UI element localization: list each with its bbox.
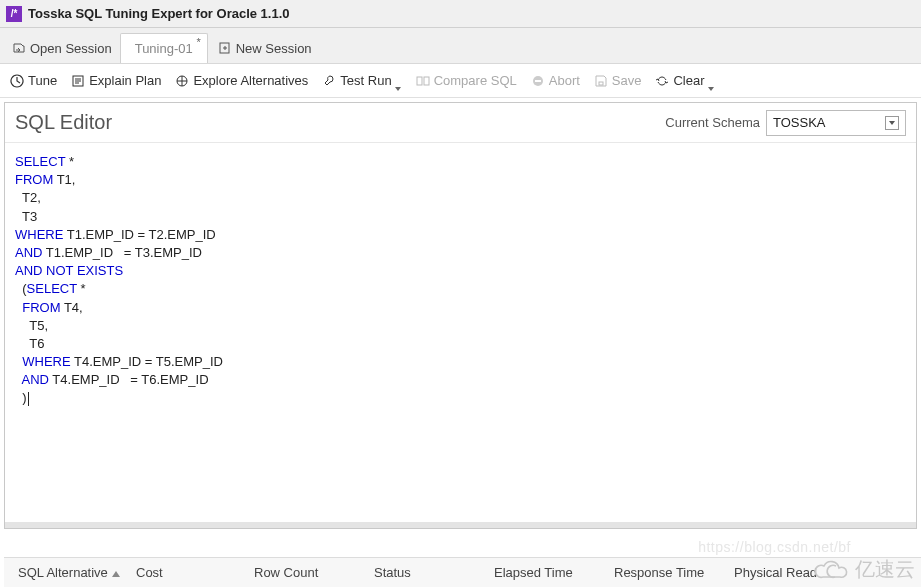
watermark-url: https://blog.csdn.net/bf (698, 539, 851, 555)
chevron-down-icon (708, 79, 715, 83)
grid-column-label: Elapsed Time (494, 565, 573, 580)
new-session-icon (218, 41, 232, 55)
sql-line: WHERE T1.EMP_ID = T2.EMP_ID (15, 226, 906, 244)
title-bar: /* Tosska SQL Tuning Expert for Oracle 1… (0, 0, 921, 28)
grid-column-label: Status (374, 565, 411, 580)
svg-rect-4 (424, 77, 429, 85)
tune-label: Tune (28, 73, 57, 88)
open-session-button[interactable]: Open Session (4, 33, 120, 63)
clear-button[interactable]: Clear (649, 68, 720, 94)
grid-column-header[interactable]: Physical Read (720, 565, 830, 580)
sql-line: AND T4.EMP_ID = T6.EMP_ID (15, 371, 906, 389)
chevron-down-icon (885, 116, 899, 130)
sql-line: SELECT * (15, 153, 906, 171)
sql-line: T6 (15, 335, 906, 353)
svg-rect-3 (417, 77, 422, 85)
abort-icon (531, 74, 545, 88)
toolbar: Tune Explain Plan Explore Alternatives T… (0, 64, 921, 98)
grid-column-label: Cost (136, 565, 163, 580)
abort-label: Abort (549, 73, 580, 88)
sql-line: T3 (15, 208, 906, 226)
sql-line: FROM T4, (15, 299, 906, 317)
grid-column-label: SQL Alternative (18, 565, 108, 580)
schema-select[interactable]: TOSSKA (766, 110, 906, 136)
app-icon: /* (6, 6, 22, 22)
compare-sql-icon (416, 74, 430, 88)
schema-area: Current Schema TOSSKA (665, 110, 906, 136)
text-cursor (28, 392, 29, 406)
explore-alternatives-button[interactable]: Explore Alternatives (169, 68, 314, 94)
open-session-label: Open Session (30, 41, 112, 56)
editor-bottom-bar (5, 522, 916, 528)
window-title: Tosska SQL Tuning Expert for Oracle 1.1.… (28, 6, 290, 21)
explore-alternatives-label: Explore Alternatives (193, 73, 308, 88)
grid-column-header[interactable]: Elapsed Time (480, 565, 600, 580)
grid-column-header[interactable]: Cost (122, 565, 240, 580)
explore-alternatives-icon (175, 74, 189, 88)
schema-label: Current Schema (665, 115, 760, 130)
editor-header: SQL Editor Current Schema TOSSKA (5, 103, 916, 143)
clear-label: Clear (673, 73, 704, 88)
save-icon (594, 74, 608, 88)
grid-column-header[interactable]: Row Count (240, 565, 360, 580)
tab-tuning-01[interactable]: * Tuning-01 (120, 33, 208, 63)
grid-column-label: Response Time (614, 565, 704, 580)
explain-plan-icon (71, 74, 85, 88)
tab-unsaved-indicator: * (196, 36, 200, 48)
sql-line: T2, (15, 189, 906, 207)
test-run-button[interactable]: Test Run (316, 68, 407, 94)
grid-column-label: Row Count (254, 565, 318, 580)
clear-icon (655, 74, 669, 88)
sql-line: AND T1.EMP_ID = T3.EMP_ID (15, 244, 906, 262)
test-run-label: Test Run (340, 73, 391, 88)
tune-icon (10, 74, 24, 88)
grid-column-label: Physical Read (734, 565, 817, 580)
tune-button[interactable]: Tune (4, 68, 63, 94)
schema-value: TOSSKA (773, 115, 826, 130)
sql-line: (SELECT * (15, 280, 906, 298)
explain-plan-label: Explain Plan (89, 73, 161, 88)
new-session-button[interactable]: New Session (208, 33, 322, 63)
sort-ascending-icon (112, 571, 120, 577)
grid-column-header[interactable]: Response Time (600, 565, 720, 580)
tab-strip: Open Session * Tuning-01 New Session (0, 28, 921, 64)
svg-rect-6 (535, 80, 541, 82)
grid-column-header[interactable]: SQL Alternative (4, 565, 122, 580)
svg-rect-7 (599, 82, 603, 85)
save-button: Save (588, 68, 648, 94)
abort-button: Abort (525, 68, 586, 94)
editor-title: SQL Editor (15, 111, 112, 134)
sql-line: ) (15, 389, 906, 407)
save-label: Save (612, 73, 642, 88)
results-grid-header: SQL AlternativeCostRow CountStatusElapse… (4, 557, 921, 587)
test-run-icon (322, 74, 336, 88)
open-session-icon (12, 41, 26, 55)
sql-editor-textarea[interactable]: SELECT *FROM T1, T2, T3WHERE T1.EMP_ID =… (5, 143, 916, 528)
sql-line: T5, (15, 317, 906, 335)
chevron-down-icon (395, 79, 402, 83)
explain-plan-button[interactable]: Explain Plan (65, 68, 167, 94)
sql-editor-panel: SQL Editor Current Schema TOSSKA SELECT … (4, 102, 917, 529)
tab-label: Tuning-01 (135, 41, 193, 56)
sql-line: FROM T1, (15, 171, 906, 189)
compare-sql-label: Compare SQL (434, 73, 517, 88)
sql-line: WHERE T4.EMP_ID = T5.EMP_ID (15, 353, 906, 371)
compare-sql-button: Compare SQL (410, 68, 523, 94)
sql-line: AND NOT EXISTS (15, 262, 906, 280)
new-session-label: New Session (236, 41, 312, 56)
grid-column-header[interactable]: Status (360, 565, 480, 580)
